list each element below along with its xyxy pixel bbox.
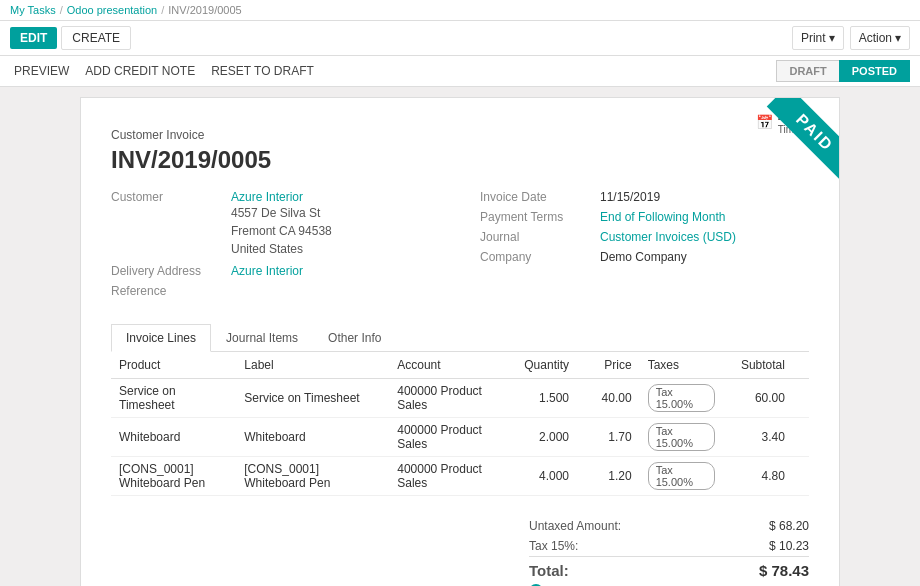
th-product: Product	[111, 352, 236, 379]
invoice-card: 📅2Timesheets PAID Customer Invoice INV/2…	[80, 97, 840, 586]
th-taxes: Taxes	[640, 352, 724, 379]
status-group: DRAFT POSTED	[776, 60, 910, 82]
invoice-type: Customer Invoice	[111, 128, 809, 142]
cell-extra	[793, 457, 809, 496]
create-button[interactable]: CREATE	[61, 26, 131, 50]
tax-badge: Tax 15.00%	[648, 423, 716, 451]
address-line1: 4557 De Silva St	[231, 204, 332, 222]
journal-link[interactable]: Customer Invoices (USD)	[600, 230, 736, 244]
invoice-number: INV/2019/0005	[111, 146, 809, 174]
timesheet-count: 2	[778, 108, 829, 124]
reference-label: Reference	[111, 284, 221, 298]
cell-account: 400000 Product Sales	[389, 418, 514, 457]
invoice-table: Product Label Account Quantity Price Tax…	[111, 352, 809, 496]
action-chevron-icon: ▾	[895, 31, 901, 45]
cell-label: [CONS_0001] Whiteboard Pen	[236, 457, 389, 496]
cell-taxes: Tax 15.00%	[640, 379, 724, 418]
journal-value: Customer Invoices (USD)	[600, 230, 736, 244]
journal-label: Journal	[480, 230, 590, 244]
cell-label: Service on Timesheet	[236, 379, 389, 418]
company-value: Demo Company	[600, 250, 687, 264]
invoice-tabs: Invoice Lines Journal Items Other Info	[111, 324, 809, 352]
company-label: Company	[480, 250, 590, 264]
status-draft[interactable]: DRAFT	[776, 60, 838, 82]
table-row: [CONS_0001] Whiteboard Pen [CONS_0001] W…	[111, 457, 809, 496]
print-label: Print	[801, 31, 826, 45]
cell-product: Whiteboard	[111, 418, 236, 457]
cell-taxes: Tax 15.00%	[640, 418, 724, 457]
payment-terms-link[interactable]: End of Following Month	[600, 210, 725, 224]
edit-button[interactable]: EDIT	[10, 27, 57, 49]
tax-value: $ 10.23	[739, 539, 809, 553]
breadcrumb: My Tasks / Odoo presentation / INV/2019/…	[0, 0, 920, 21]
cell-quantity: 4.000	[514, 457, 577, 496]
tab-invoice-lines[interactable]: Invoice Lines	[111, 324, 211, 352]
details-right: Invoice Date 11/15/2019 Payment Terms En…	[480, 190, 809, 308]
customer-address: 4557 De Silva St Fremont CA 94538 United…	[231, 204, 332, 258]
payment-terms-value: End of Following Month	[600, 210, 725, 224]
delivery-value: Azure Interior	[231, 264, 303, 278]
breadcrumb-current: INV/2019/0005	[168, 4, 241, 16]
add-credit-note-button[interactable]: ADD CREDIT NOTE	[81, 62, 199, 80]
customer-row: Customer Azure Interior 4557 De Silva St…	[111, 190, 440, 258]
invoice-date-label: Invoice Date	[480, 190, 590, 204]
totals-table: Untaxed Amount: $ 68.20 Tax 15%: $ 10.23…	[529, 516, 809, 586]
cell-price: 1.20	[577, 457, 640, 496]
untaxed-value: $ 68.20	[739, 519, 809, 533]
main-content: 📅2Timesheets PAID Customer Invoice INV/2…	[0, 87, 920, 586]
cell-quantity: 2.000	[514, 418, 577, 457]
th-price: Price	[577, 352, 640, 379]
delivery-name-link[interactable]: Azure Interior	[231, 264, 303, 278]
calendar-icon: 📅	[756, 114, 773, 130]
details-grid: Customer Azure Interior 4557 De Silva St…	[111, 190, 809, 308]
cell-quantity: 1.500	[514, 379, 577, 418]
payment-terms-row: Payment Terms End of Following Month	[480, 210, 809, 224]
cell-account: 400000 Product Sales	[389, 457, 514, 496]
breadcrumb-odoo-presentation[interactable]: Odoo presentation	[67, 4, 158, 16]
tax-label: Tax 15%:	[529, 539, 598, 553]
preview-button[interactable]: PREVIEW	[10, 62, 73, 80]
company-row: Company Demo Company	[480, 250, 809, 264]
address-line2: Fremont CA 94538	[231, 222, 332, 240]
reset-to-draft-button[interactable]: RESET TO DRAFT	[207, 62, 318, 80]
timesheets-badge[interactable]: 📅2Timesheets	[756, 108, 829, 136]
customer-label: Customer	[111, 190, 221, 258]
table-row: Whiteboard Whiteboard 400000 Product Sal…	[111, 418, 809, 457]
tab-journal-items[interactable]: Journal Items	[211, 324, 313, 352]
paid-info-row: i Paid on 11/15/2019 78.43	[529, 582, 809, 586]
tax-row: Tax 15%: $ 10.23	[529, 536, 809, 556]
th-label: Label	[236, 352, 389, 379]
th-subtotal: Subtotal	[723, 352, 793, 379]
status-posted[interactable]: POSTED	[839, 60, 910, 82]
untaxed-label: Untaxed Amount:	[529, 519, 641, 533]
action-bar: EDIT CREATE Print ▾ Action ▾	[0, 21, 920, 56]
action-label: Action	[859, 31, 892, 45]
tab-other-info[interactable]: Other Info	[313, 324, 396, 352]
tax-badge: Tax 15.00%	[648, 462, 716, 490]
breadcrumb-my-tasks[interactable]: My Tasks	[10, 4, 56, 16]
cell-subtotal: 4.80	[723, 457, 793, 496]
cell-product: Service on Timesheet	[111, 379, 236, 418]
cell-subtotal: 3.40	[723, 418, 793, 457]
cell-price: 1.70	[577, 418, 640, 457]
delivery-address-row: Delivery Address Azure Interior	[111, 264, 440, 278]
cell-account: 400000 Product Sales	[389, 379, 514, 418]
total-value: $ 78.43	[739, 562, 809, 579]
address-line3: United States	[231, 240, 332, 258]
total-label: Total:	[529, 562, 589, 579]
print-button[interactable]: Print ▾	[792, 26, 844, 50]
payment-terms-label: Payment Terms	[480, 210, 590, 224]
journal-row: Journal Customer Invoices (USD)	[480, 230, 809, 244]
table-row: Service on Timesheet Service on Timeshee…	[111, 379, 809, 418]
customer-name-link[interactable]: Azure Interior	[231, 190, 303, 204]
action-button[interactable]: Action ▾	[850, 26, 910, 50]
invoice-date-row: Invoice Date 11/15/2019	[480, 190, 809, 204]
th-extra	[793, 352, 809, 379]
details-left: Customer Azure Interior 4557 De Silva St…	[111, 190, 440, 308]
cell-subtotal: 60.00	[723, 379, 793, 418]
print-chevron-icon: ▾	[829, 31, 835, 45]
total-row: Total: $ 78.43	[529, 556, 809, 582]
cell-price: 40.00	[577, 379, 640, 418]
customer-value: Azure Interior 4557 De Silva St Fremont …	[231, 190, 332, 258]
reference-row: Reference	[111, 284, 440, 298]
